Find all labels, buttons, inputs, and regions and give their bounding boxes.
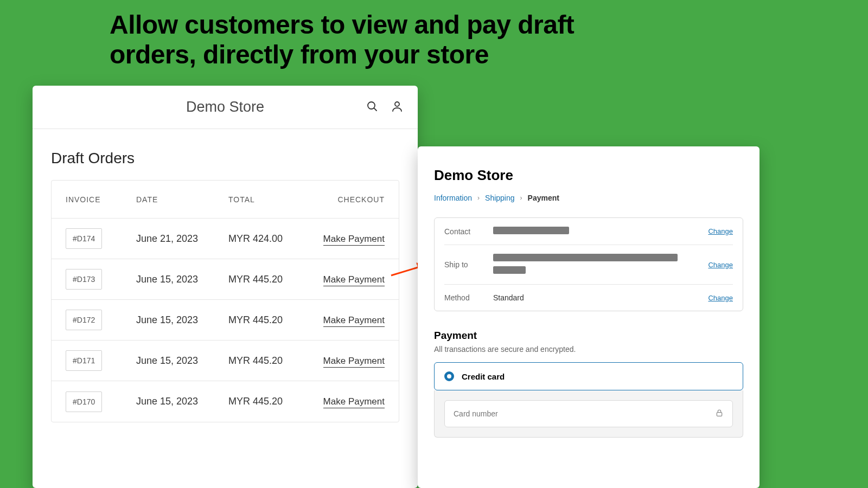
svg-line-1 xyxy=(374,108,376,111)
breadcrumb-shipping[interactable]: Shipping xyxy=(485,194,515,202)
make-payment-link[interactable]: Make Payment xyxy=(323,274,385,286)
summary-method-row: Method Standard Change xyxy=(444,285,733,311)
order-date: June 15, 2023 xyxy=(136,396,228,407)
payment-method-label: Credit card xyxy=(462,372,505,381)
search-icon[interactable] xyxy=(366,100,379,115)
order-total: MYR 445.20 xyxy=(228,396,321,407)
table-row: #D174 June 21, 2023 MYR 424.00 Make Paym… xyxy=(52,219,399,259)
lock-icon xyxy=(715,409,724,419)
summary-shipto-row: Ship to Change xyxy=(444,245,733,285)
chevron-right-icon: › xyxy=(520,194,522,202)
order-total: MYR 424.00 xyxy=(228,233,321,245)
store-name: Demo Store xyxy=(186,99,264,115)
breadcrumb-payment: Payment xyxy=(528,194,559,202)
checkout-store-name: Demo Store xyxy=(434,167,743,184)
change-contact-link[interactable]: Change xyxy=(708,227,733,235)
make-payment-link[interactable]: Make Payment xyxy=(323,356,385,368)
draft-orders-table: INVOICE DATE TOTAL CHECKOUT #D174 June 2… xyxy=(51,180,399,422)
make-payment-link[interactable]: Make Payment xyxy=(323,396,385,408)
card-number-placeholder: Card number xyxy=(454,409,498,418)
order-date: June 15, 2023 xyxy=(136,314,228,326)
summary-contact-row: Contact Change xyxy=(444,218,733,245)
table-header: INVOICE DATE TOTAL CHECKOUT xyxy=(52,181,399,219)
payment-subtext: All transactions are secure and encrypte… xyxy=(434,345,743,354)
order-total: MYR 445.20 xyxy=(228,314,321,326)
redacted-address-2 xyxy=(493,266,526,274)
shipto-label: Ship to xyxy=(444,260,493,269)
col-checkout: CHECKOUT xyxy=(321,195,385,204)
change-shipto-link[interactable]: Change xyxy=(708,261,733,269)
table-row: #D171 June 15, 2023 MYR 445.20 Make Paym… xyxy=(52,341,399,381)
card-number-input[interactable]: Card number xyxy=(444,400,733,427)
invoice-badge: #D174 xyxy=(66,228,102,249)
invoice-badge: #D172 xyxy=(66,310,102,330)
table-row: #D173 June 15, 2023 MYR 445.20 Make Paym… xyxy=(52,259,399,300)
order-date: June 15, 2023 xyxy=(136,274,228,285)
order-total: MYR 445.20 xyxy=(228,355,321,367)
col-date: DATE xyxy=(136,195,228,204)
order-date: June 21, 2023 xyxy=(136,233,228,245)
invoice-badge: #D171 xyxy=(66,350,102,371)
breadcrumb-information[interactable]: Information xyxy=(434,194,472,202)
invoice-badge: #D173 xyxy=(66,269,102,290)
make-payment-link[interactable]: Make Payment xyxy=(323,234,385,246)
col-invoice: INVOICE xyxy=(66,195,136,204)
svg-point-2 xyxy=(395,102,399,106)
order-summary-box: Contact Change Ship to Change Method Sta… xyxy=(434,217,743,311)
chevron-right-icon: › xyxy=(477,194,480,202)
radio-selected-icon xyxy=(444,371,454,381)
draft-orders-heading: Draft Orders xyxy=(33,129,418,180)
change-method-link[interactable]: Change xyxy=(708,294,733,302)
svg-rect-4 xyxy=(717,412,722,416)
store-draft-orders-panel: Demo Store Draft Orders INVOICE DATE TOT… xyxy=(33,86,418,488)
store-header: Demo Store xyxy=(33,86,418,129)
make-payment-link[interactable]: Make Payment xyxy=(323,315,385,327)
breadcrumb: Information › Shipping › Payment xyxy=(434,194,743,202)
table-row: #D170 June 15, 2023 MYR 445.20 Make Paym… xyxy=(52,381,399,422)
order-date: June 15, 2023 xyxy=(136,355,228,367)
payment-method-credit-card[interactable]: Credit card xyxy=(434,362,743,390)
payment-heading: Payment xyxy=(434,330,743,342)
method-label: Method xyxy=(444,293,493,302)
order-total: MYR 445.20 xyxy=(228,274,321,285)
checkout-panel: Demo Store Information › Shipping › Paym… xyxy=(418,146,760,488)
payment-section: Payment All transactions are secure and … xyxy=(434,330,743,438)
redacted-address-1 xyxy=(493,254,678,261)
contact-label: Contact xyxy=(444,227,493,236)
card-form: Card number xyxy=(434,390,743,438)
col-total: TOTAL xyxy=(228,195,321,204)
marketing-headline: Allow customers to view and pay draft or… xyxy=(110,10,652,69)
method-value: Standard xyxy=(493,293,708,302)
account-icon[interactable] xyxy=(391,100,404,115)
redacted-contact xyxy=(493,227,569,234)
invoice-badge: #D170 xyxy=(66,391,102,412)
table-row: #D172 June 15, 2023 MYR 445.20 Make Paym… xyxy=(52,300,399,341)
